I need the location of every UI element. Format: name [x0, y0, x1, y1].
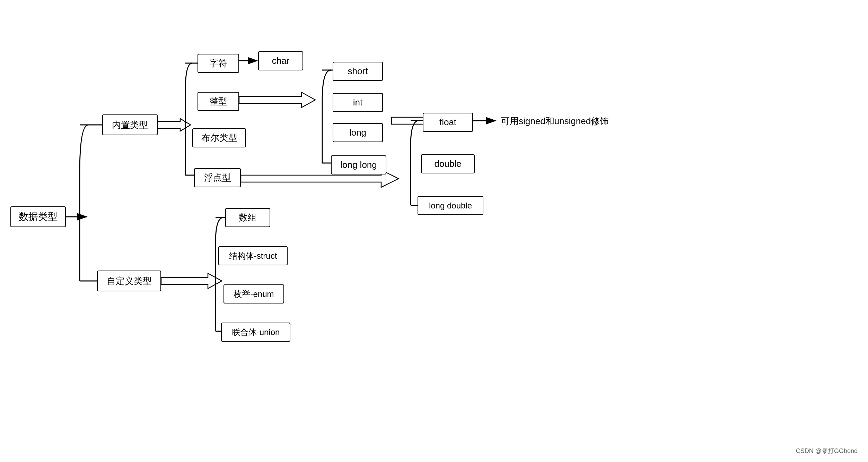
box-shuju: 数据类型: [10, 206, 66, 227]
svg-marker-19: [161, 273, 222, 289]
annotation-text: 可用signed和unsigned修饰: [501, 115, 609, 127]
box-longlong: long long: [331, 155, 386, 174]
box-char: char: [258, 51, 303, 70]
box-buer: 布尔类型: [192, 128, 246, 147]
box-jiegou: 结构体-struct: [218, 246, 288, 265]
box-float: float: [423, 113, 473, 132]
box-int: int: [333, 93, 383, 112]
box-fudian: 浮点型: [194, 168, 241, 187]
box-longdouble: long double: [418, 196, 483, 215]
diagram: 数据类型 内置类型 自定义类型 字符 整型 布尔类型 浮点型 char shor…: [0, 0, 868, 462]
svg-marker-6: [177, 121, 187, 128]
svg-marker-7: [158, 119, 191, 131]
svg-marker-11: [239, 92, 315, 108]
watermark: CSDN @暴打GGbond: [796, 447, 858, 455]
box-zidingy: 自定义类型: [97, 271, 161, 291]
svg-marker-5: [158, 121, 185, 128]
box-zifu: 字符: [198, 54, 239, 73]
box-long: long: [333, 123, 383, 142]
box-meiju: 枚举-enum: [223, 284, 284, 303]
box-short: short: [333, 62, 383, 81]
box-zhengxing: 整型: [198, 92, 239, 111]
diagram-lines: [0, 0, 868, 462]
box-lianhe: 联合体-union: [221, 323, 290, 342]
box-neizhi: 内置类型: [102, 114, 158, 135]
box-double: double: [421, 154, 475, 173]
box-shuzu: 数组: [225, 208, 270, 227]
